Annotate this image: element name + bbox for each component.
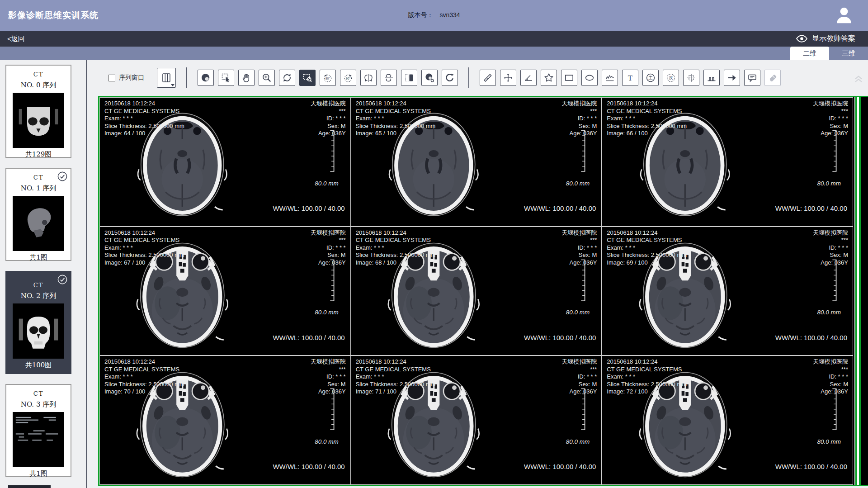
viewer-cell-3[interactable]: 20150618 10:12:24 CT GE MEDICAL SYSTEMS … bbox=[100, 227, 350, 355]
scale-label: 80.0 mm bbox=[817, 309, 841, 317]
overlay-top-left: 20150618 10:12:24 CT GE MEDICAL SYSTEMS … bbox=[607, 358, 687, 396]
collapse-toolbar-button[interactable] bbox=[853, 71, 864, 86]
show-teacher-answer-button[interactable]: 显示教师答案 bbox=[796, 31, 855, 47]
viewer-cell-1[interactable]: 20150618 10:12:24 CT GE MEDICAL SYSTEMS … bbox=[351, 98, 602, 226]
toolbar-separator bbox=[468, 67, 469, 88]
overlay-patient-id: ID: * * * bbox=[311, 373, 346, 381]
tool-window-level[interactable] bbox=[198, 70, 214, 86]
series-card-3[interactable]: CT NO. 3 序列 共1图 bbox=[5, 384, 71, 477]
overlay-sex: Sex: M bbox=[561, 381, 597, 389]
window-level-label: WW/WL: 100.00 / 40.00 bbox=[273, 205, 344, 213]
tool-flip-horizontal[interactable] bbox=[360, 70, 377, 86]
tool-icon bbox=[241, 72, 252, 83]
viewer-cell-8[interactable]: 20150618 10:12:24 CT GE MEDICAL SYSTEMS … bbox=[602, 356, 853, 484]
tool-layout[interactable] bbox=[157, 68, 176, 88]
tool-profile-histogram[interactable] bbox=[703, 70, 720, 86]
overlay-datetime: 20150618 10:12:24 bbox=[356, 358, 436, 366]
overlay-patient-id: ID: * * * bbox=[311, 244, 346, 252]
overlay-slice-thickness: Slice Thickness: 2.500000 mm bbox=[607, 251, 687, 259]
tool-eraser[interactable] bbox=[764, 70, 781, 86]
viewer-cell-7[interactable]: 20150618 10:12:24 CT GE MEDICAL SYSTEMS … bbox=[351, 356, 602, 484]
tool-icon bbox=[706, 72, 717, 83]
tool-curve[interactable] bbox=[602, 70, 618, 86]
tab-二维[interactable]: 二维 bbox=[790, 47, 829, 60]
tool-symmetry[interactable] bbox=[683, 70, 699, 86]
viewer-cell-2[interactable]: 20150618 10:12:24 CT GE MEDICAL SYSTEMS … bbox=[602, 98, 853, 226]
series-name: NO. 1 序列 bbox=[6, 184, 71, 193]
tool-arrow-annotation[interactable] bbox=[724, 70, 740, 86]
series-image-count: 共100图 bbox=[6, 361, 71, 370]
tool-rotate[interactable] bbox=[279, 70, 295, 86]
series-modality: CT bbox=[6, 71, 71, 78]
user-menu-button[interactable] bbox=[834, 5, 854, 26]
tool-rotate-90-right[interactable] bbox=[340, 70, 356, 86]
tool-invert[interactable] bbox=[401, 70, 417, 86]
tool-main-mark[interactable] bbox=[642, 70, 659, 86]
tool-sub-mark[interactable] bbox=[663, 70, 679, 86]
series-window-checkbox[interactable] bbox=[108, 75, 115, 81]
scale-ruler-icon bbox=[327, 130, 337, 172]
overlay-manufacturer: CT GE MEDICAL SYSTEMS bbox=[356, 237, 436, 244]
overlay-slice-thickness: Slice Thickness: 2.500000 mm bbox=[104, 251, 184, 259]
overlay-manufacturer: CT GE MEDICAL SYSTEMS bbox=[104, 237, 184, 244]
overlay-exam: Exam: * * * bbox=[104, 244, 184, 252]
overlay-hospital: 天堰模拟医院 bbox=[813, 229, 848, 237]
overlay-patient-name: *** bbox=[311, 366, 346, 374]
scale-label: 80.0 mm bbox=[566, 438, 590, 446]
tab-label: 二维 bbox=[803, 49, 816, 57]
overlay-exam: Exam: * * * bbox=[104, 115, 184, 123]
toolbar-separator bbox=[186, 67, 187, 88]
tool-crosshair[interactable] bbox=[500, 70, 516, 86]
overlay-top-left: 20150618 10:12:24 CT GE MEDICAL SYSTEMS … bbox=[356, 100, 436, 137]
tool-flip-vertical[interactable] bbox=[381, 70, 397, 86]
tool-select[interactable] bbox=[218, 70, 234, 86]
viewer-cell-0[interactable]: 20150618 10:12:24 CT GE MEDICAL SYSTEMS … bbox=[100, 98, 350, 226]
overlay-manufacturer: CT GE MEDICAL SYSTEMS bbox=[607, 108, 687, 115]
series-card-2[interactable]: CT NO. 2 序列 共100图 bbox=[5, 271, 71, 374]
tool-icon bbox=[503, 72, 514, 83]
tool-measure-line[interactable] bbox=[480, 70, 496, 86]
overlay-top-left: 20150618 10:12:24 CT GE MEDICAL SYSTEMS … bbox=[356, 229, 436, 267]
viewer-cell-4[interactable]: 20150618 10:12:24 CT GE MEDICAL SYSTEMS … bbox=[351, 227, 602, 355]
tool-angle[interactable] bbox=[520, 70, 537, 86]
viewer-scrollbar[interactable] bbox=[854, 97, 861, 485]
tool-pan[interactable] bbox=[238, 70, 255, 86]
viewer-cell-5[interactable]: 20150618 10:12:24 CT GE MEDICAL SYSTEMS … bbox=[602, 227, 853, 355]
overlay-patient-id: ID: * * * bbox=[561, 373, 597, 381]
overlay-patient-id: ID: * * * bbox=[561, 115, 597, 123]
back-button[interactable]: <返回 bbox=[7, 31, 25, 47]
series-name: NO. 0 序列 bbox=[6, 81, 71, 90]
overlay-patient-name: *** bbox=[813, 237, 848, 244]
series-card-1[interactable]: CT NO. 1 序列 共1图 bbox=[5, 168, 71, 261]
series-card-list: CT NO. 0 序列 共129图 CT NO. 1 序列 共1图 CT NO.… bbox=[5, 65, 71, 477]
overlay-image-number: Image: 64 / 100 bbox=[104, 130, 184, 137]
overlay-exam: Exam: * * * bbox=[607, 373, 687, 381]
scale-label: 80.0 mm bbox=[315, 438, 339, 446]
tool-icon bbox=[424, 72, 435, 83]
tool-region-zoom[interactable] bbox=[299, 70, 316, 86]
series-card-0[interactable]: CT NO. 0 序列 共129图 bbox=[5, 65, 71, 158]
eye-icon bbox=[796, 34, 808, 43]
tool-star[interactable] bbox=[541, 70, 557, 86]
overlay-exam: Exam: * * * bbox=[356, 244, 436, 252]
series-card-partial[interactable] bbox=[8, 485, 51, 488]
tool-zoom-in[interactable] bbox=[259, 70, 275, 86]
overlay-datetime: 20150618 10:12:24 bbox=[607, 229, 687, 237]
scale-label: 80.0 mm bbox=[566, 180, 590, 188]
tool-text-annotation[interactable] bbox=[622, 70, 638, 86]
caret-down-icon bbox=[171, 84, 175, 86]
tab-三维[interactable]: 三维 bbox=[829, 47, 868, 60]
viewer-cell-6[interactable]: 20150618 10:12:24 CT GE MEDICAL SYSTEMS … bbox=[100, 356, 350, 484]
series-thumbnail bbox=[13, 196, 64, 251]
tool-rotate-90-left[interactable] bbox=[320, 70, 336, 86]
series-window-toggle[interactable]: 序列窗口 bbox=[108, 74, 144, 82]
app-header: 影像诊断思维实训系统 版本号： svn334 bbox=[0, 0, 868, 31]
tool-ellipse[interactable] bbox=[581, 70, 598, 86]
tool-reset[interactable] bbox=[442, 70, 458, 86]
overlay-patient-name: *** bbox=[813, 108, 848, 115]
tool-comment[interactable] bbox=[744, 70, 760, 86]
tool-rectangle[interactable] bbox=[561, 70, 577, 86]
overlay-image-number: Image: 65 / 100 bbox=[356, 130, 436, 137]
tool-window-level-preset[interactable] bbox=[421, 70, 438, 86]
overlay-exam: Exam: * * * bbox=[607, 115, 687, 123]
